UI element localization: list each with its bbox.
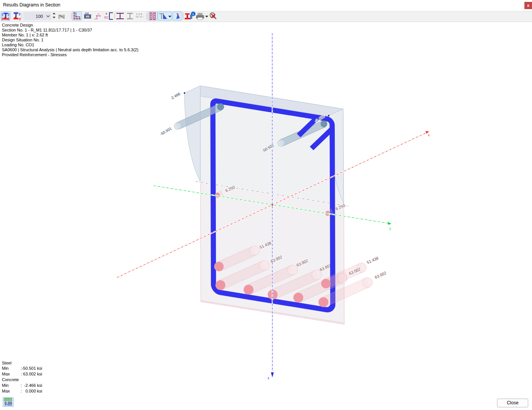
svg-text:-50.501: -50.501 — [159, 126, 173, 137]
svg-text:0,00: 0,00 — [5, 401, 12, 405]
svg-text:y: y — [390, 226, 391, 230]
svg-text:x: x — [428, 133, 430, 137]
svg-text:63.002: 63.002 — [374, 270, 387, 279]
svg-text:-2.466: -2.466 — [169, 91, 181, 101]
svg-text:51.438: 51.438 — [366, 255, 379, 265]
svg-text:z: z — [268, 376, 269, 380]
